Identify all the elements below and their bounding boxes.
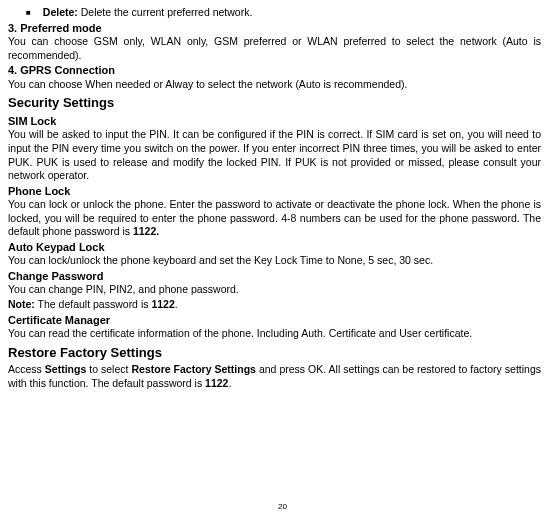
restore-b2: Restore Factory Settings (131, 363, 255, 375)
restore-mid1: to select (86, 363, 131, 375)
para-gprs: You can choose When needed or Alway to s… (8, 78, 541, 92)
restore-pre: Access (8, 363, 45, 375)
para-sim-lock: You will be asked to input the PIN. It c… (8, 128, 541, 183)
page-number: 20 (8, 502, 549, 512)
para-restore: Access Settings to select Restore Factor… (8, 363, 541, 390)
heading-phone-lock: Phone Lock (8, 184, 541, 198)
para-cert-manager: You can read the certificate information… (8, 327, 541, 341)
heading-restore: Restore Factory Settings (8, 345, 541, 362)
heading-change-password: Change Password (8, 269, 541, 283)
phone-lock-text: You can lock or unlock the phone. Enter … (8, 198, 541, 237)
para-phone-lock: You can lock or unlock the phone. Enter … (8, 198, 541, 239)
note-pre: The default password is (35, 298, 152, 310)
bullet-content: Delete: Delete the current preferred net… (43, 6, 541, 20)
bullet-marker: ■ (26, 8, 31, 18)
note-label: Note: (8, 298, 35, 310)
heading-keypad-lock: Auto Keypad Lock (8, 240, 541, 254)
heading-security: Security Settings (8, 95, 541, 112)
bullet-desc: Delete the current preferred network. (78, 6, 253, 18)
restore-post: . (228, 377, 231, 389)
restore-b1: Settings (45, 363, 86, 375)
bullet-label: Delete: (43, 6, 78, 18)
phone-lock-code: 1122. (133, 225, 159, 237)
heading-cert-manager: Certificate Manager (8, 313, 541, 327)
note-post: . (175, 298, 178, 310)
para-change-password: You can change PIN, PIN2, and phone pass… (8, 283, 541, 297)
heading-preferred-mode: 3. Preferred mode (8, 21, 541, 35)
heading-gprs: 4. GPRS Connection (8, 63, 541, 77)
heading-sim-lock: SIM Lock (8, 114, 541, 128)
para-keypad-lock: You can lock/unlock the phone keyboard a… (8, 254, 541, 268)
para-preferred-mode: You can choose GSM only, WLAN only, GSM … (8, 35, 541, 62)
restore-b3: 1122 (205, 377, 228, 389)
para-note: Note: The default password is 1122. (8, 298, 541, 312)
bullet-delete: ■ Delete: Delete the current preferred n… (26, 6, 541, 20)
note-code: 1122 (151, 298, 174, 310)
